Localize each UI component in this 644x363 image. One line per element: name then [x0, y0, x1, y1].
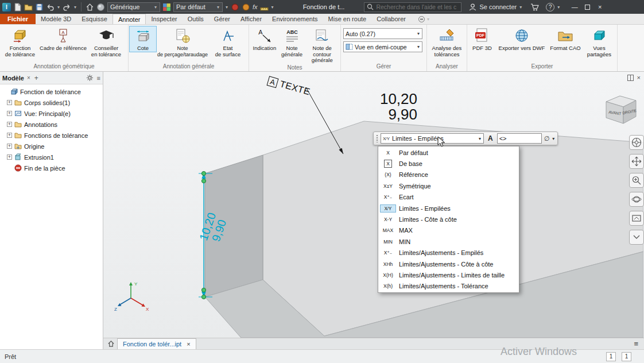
tab-outils[interactable]: Outils [183, 14, 209, 24]
sign-in-button[interactable]: Se connecter ▾ [468, 3, 522, 11]
graphics-canvas[interactable]: 10,20 9,90 10,20 9,90 A TEXTE X⁄Y Limite… [103, 72, 644, 338]
tab-afficher[interactable]: Afficher [235, 14, 267, 24]
expander-icon[interactable]: + [7, 155, 12, 160]
note-generale-button[interactable]: ABC Note générale [279, 26, 305, 57]
menu-item-lim-ajust-cote-a-cote[interactable]: XHhLimites/Ajustements - Côte à côte [378, 258, 519, 269]
status-badge-1[interactable]: 1 [606, 352, 616, 361]
menu-item-de-base[interactable]: XDe base [378, 158, 519, 169]
measure-icon[interactable] [260, 3, 269, 11]
note-contour-button[interactable]: Note de contour générale [305, 26, 339, 64]
expander-icon[interactable]: + [7, 100, 12, 105]
toolbar-grip-handle[interactable] [376, 134, 378, 142]
expander-icon[interactable]: + [7, 122, 12, 127]
browser-tab-modele[interactable]: Modèle [2, 75, 24, 82]
split-view-icon[interactable] [627, 75, 634, 81]
fonction-de-tolerance-button[interactable]: Fonction de tolérance [1, 26, 39, 57]
redo-caret-icon[interactable]: ▾ [74, 5, 76, 10]
menu-item-max[interactable]: MAXMAX [378, 225, 519, 236]
red-sphere-icon[interactable] [231, 3, 239, 11]
insert-symbol-icon[interactable]: ∅ [544, 135, 550, 142]
undo-caret-icon[interactable]: ▾ [57, 5, 60, 10]
tree-node-vue-principale[interactable]: + Vue: Principal(e) [0, 108, 103, 119]
ribbon-display-toggle[interactable]: ▾ [418, 14, 430, 24]
tree-node-origine[interactable]: + Origine [0, 141, 103, 152]
expander-icon[interactable]: + [7, 144, 12, 149]
conseiller-en-tolerance-button[interactable]: Conseiller en tolérance [87, 26, 125, 57]
tree-node-extrusion1[interactable]: + Extrusion1 [0, 152, 103, 163]
tree-node-corps-solides[interactable]: + Corps solides(1) [0, 97, 103, 108]
menu-item-reference[interactable]: (X)Référence [378, 169, 519, 180]
dimension-mini-toolbar[interactable]: X⁄Y Limites - Empilées ▾ A ∅ ▾ [373, 132, 558, 145]
appearance-swatch-icon[interactable] [162, 3, 171, 11]
browser-settings-gear-icon[interactable] [86, 74, 94, 82]
appearance-combo[interactable]: Par défaut ▾ [173, 2, 223, 12]
open-folder-icon[interactable] [24, 3, 33, 11]
cart-icon[interactable] [530, 3, 539, 11]
navbar-more-icon[interactable] [629, 230, 644, 245]
full-navigation-wheel-icon[interactable] [629, 135, 644, 150]
orbit-icon[interactable] [629, 192, 644, 207]
exporter-dwf-button[interactable]: Exporter vers DWF [496, 26, 548, 52]
expander-icon[interactable]: + [7, 133, 12, 138]
document-tab-active[interactable]: Fonction de tolér...ipt × [117, 338, 196, 349]
home-icon[interactable] [86, 3, 94, 11]
tolerance-precision-combo[interactable]: Auto (0.27) ▾ [343, 28, 422, 39]
help-search-box[interactable] [364, 2, 461, 12]
tab-inspecter[interactable]: Inspecter [146, 14, 182, 24]
expander-icon[interactable]: + [7, 111, 12, 116]
pdf-3d-button[interactable]: PDF PDF 3D [468, 26, 496, 52]
document-tab-close-icon[interactable]: × [187, 341, 190, 347]
text-format-button[interactable]: A [486, 134, 495, 142]
close-button[interactable]: × [593, 1, 606, 13]
fx-parameters-icon[interactable]: fx [253, 3, 258, 10]
material-sphere-icon[interactable] [96, 3, 105, 11]
appearance-more-caret-icon[interactable]: ▾ [226, 5, 228, 10]
tolerance-type-combo[interactable]: X⁄Y Limites - Empilées ▾ [381, 133, 484, 144]
vues-partagees-button[interactable]: Vues partagées [583, 26, 615, 57]
menu-item-par-defaut[interactable]: XPar défaut [378, 147, 519, 158]
browser-filter-icon[interactable]: ≡ [97, 75, 100, 82]
menu-item-min[interactable]: MINMIN [378, 236, 519, 247]
view-cube[interactable]: AVANT DROITE [598, 91, 642, 127]
menu-item-ecart[interactable]: X⁺₋Ecart [378, 192, 519, 203]
symbol-caret-icon[interactable]: ▾ [552, 136, 554, 141]
look-at-icon[interactable] [629, 211, 644, 226]
tree-node-fonctions-tolerance[interactable]: + Fonctions de tolérance [0, 130, 103, 141]
cote-button[interactable]: Cote [130, 26, 156, 52]
help-icon[interactable]: ? [546, 3, 554, 11]
minimize-button[interactable]: — [568, 1, 581, 13]
cadre-de-reference-button[interactable]: A Cadre de référence [39, 26, 87, 52]
tab-gerer[interactable]: Gérer [209, 14, 235, 24]
tab-modele-3d[interactable]: Modèle 3D [36, 14, 76, 24]
tree-node-fin-de-piece[interactable]: Fin de la pièce [0, 163, 103, 173]
browser-tab-close-icon[interactable]: × [27, 75, 30, 81]
tab-esquisse[interactable]: Esquisse [76, 14, 112, 24]
tab-fichier[interactable]: Fichier [0, 14, 36, 24]
dimension-text-input[interactable] [499, 135, 540, 142]
status-badge-2[interactable]: 1 [622, 352, 631, 361]
home-tab-button[interactable] [104, 339, 117, 349]
tab-collaborer[interactable]: Collaborer [371, 14, 411, 24]
new-file-icon[interactable] [13, 3, 22, 11]
vue-demi-coupe-combo[interactable]: Vue en demi-coupe ▾ [343, 41, 422, 52]
note-percage-button[interactable]: Note de perçage/taraudage [156, 26, 209, 57]
indication-button[interactable]: A Indication [250, 26, 279, 52]
browser-add-tab-icon[interactable]: + [34, 74, 38, 82]
material-combo[interactable]: Générique ▾ [107, 2, 160, 12]
dimension-text-field[interactable] [497, 133, 542, 144]
menu-item-symetrique[interactable]: X±YSymétrique [378, 180, 519, 191]
close-pane-icon[interactable]: × [637, 74, 641, 81]
redo-icon[interactable] [63, 3, 71, 11]
etat-de-surface-button[interactable]: Etat de surface [209, 26, 247, 57]
tree-node-annotations[interactable]: + Annotations [0, 119, 103, 130]
tab-annoter[interactable]: Annoter [112, 14, 146, 24]
menu-item-lim-ajust-taille[interactable]: X(H)Limites/Ajustements - Limites de tai… [378, 269, 519, 280]
maximize-button[interactable] [581, 1, 593, 13]
pan-hand-icon[interactable] [629, 154, 644, 169]
analyse-tolerances-button[interactable]: Analyse des tolérances [428, 26, 465, 57]
tree-node-root[interactable]: Fonction de tolérance [0, 86, 103, 97]
format-cao-button[interactable]: Format CAO [548, 26, 583, 52]
menu-item-lim-ajust-tolerance[interactable]: X(h)Limites/Ajustements - Tolérance [378, 281, 519, 292]
tab-environnements[interactable]: Environnements [267, 14, 323, 24]
tab-mise-en-route[interactable]: Mise en route [323, 14, 372, 24]
